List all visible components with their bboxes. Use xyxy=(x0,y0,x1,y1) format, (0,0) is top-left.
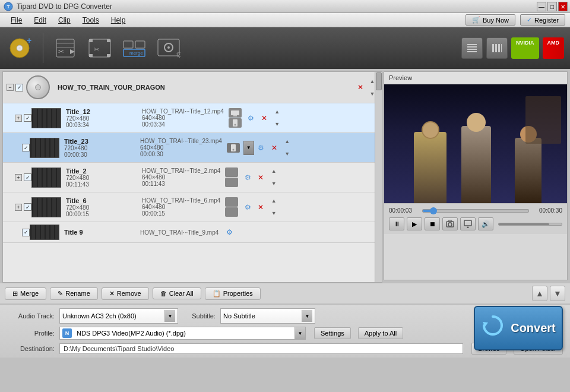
preview-area: Preview xyxy=(384,71,568,280)
move-down-button[interactable]: ▼ xyxy=(550,286,565,301)
convert-button[interactable]: Convert xyxy=(474,306,563,350)
title12-down-icon[interactable]: ▼ xyxy=(271,118,283,130)
file-item-title9[interactable]: Title 9 HOW_TO_TRAI···Title_9.mp4 ⚙ xyxy=(3,222,382,243)
title6-up-icon[interactable]: ▲ xyxy=(268,195,280,207)
menu-help[interactable]: Help xyxy=(105,15,132,26)
title23-dropdown[interactable]: ▼ xyxy=(243,141,254,155)
title2-remove-icon[interactable]: ✕ xyxy=(255,172,267,184)
settings-btn[interactable]: Settings xyxy=(314,327,351,339)
title23-settings-icon[interactable]: ⚙ xyxy=(255,142,267,154)
file-item-title6[interactable]: + Title_6 720×480 00:00:15 HOW_TO_TRAI··… xyxy=(3,192,382,222)
destination-input[interactable]: D:\My Documents\Tipard Studio\Video xyxy=(59,343,463,354)
volume-slider[interactable] xyxy=(498,223,562,226)
add-dvd-button[interactable]: + xyxy=(6,32,36,65)
rename-button[interactable]: ✎ Rename xyxy=(50,287,98,300)
title2-checkbox[interactable] xyxy=(24,173,31,181)
buy-now-button[interactable]: 🛒 Buy Now xyxy=(466,14,515,26)
title9-settings-icon[interactable]: ⚙ xyxy=(223,226,235,238)
settings-button[interactable]: ⚙ xyxy=(154,32,183,65)
profile-select[interactable]: N NDS DPG3 Video(MP2 Audio) (*.dpg) ▼ xyxy=(59,327,306,340)
title23-up-icon[interactable]: ▲ xyxy=(281,135,293,147)
file-item-title2[interactable]: + Title_2 720×480 00:11:43 HOW_TO_TRAI··… xyxy=(3,163,382,192)
menu-edit[interactable]: Edit xyxy=(28,15,52,26)
svg-rect-13 xyxy=(107,39,110,42)
figure-1-head xyxy=(422,121,439,139)
expand-title6[interactable]: + xyxy=(15,204,22,211)
title23-name: Title_23 xyxy=(64,138,135,145)
apply-to-all-btn[interactable]: Apply to All xyxy=(358,327,403,339)
play-button[interactable]: ▶ xyxy=(407,217,422,230)
title6-checkbox[interactable] xyxy=(24,203,31,211)
title6-remove-icon[interactable]: ✕ xyxy=(255,201,267,213)
preview-controls: 00:00:03 00:00:30 ⏸ ▶ ⏹ xyxy=(384,203,567,234)
title23-down-icon[interactable]: ▼ xyxy=(281,148,293,160)
list-view-1-button[interactable] xyxy=(461,37,483,59)
scrollbar-thumb[interactable] xyxy=(376,72,382,90)
expand-title2[interactable]: + xyxy=(15,174,22,181)
screenshot-button[interactable] xyxy=(442,217,458,230)
title23-checkbox[interactable] xyxy=(22,144,30,151)
title9-checkbox[interactable] xyxy=(22,229,30,236)
maximize-button[interactable]: □ xyxy=(547,2,557,11)
clear-all-button[interactable]: 🗑 Clear All xyxy=(153,287,201,299)
menu-clip[interactable]: Clip xyxy=(52,15,77,26)
title12-output-file: HOW_TO_TRAI···Title_12.mp4 xyxy=(142,108,224,115)
scrubber-track[interactable] xyxy=(422,209,529,213)
file-item-title12[interactable]: + Title_12 720×480 00:03:34 HOW_TO_TRAI·… xyxy=(3,103,382,133)
pause-button[interactable]: ⏸ xyxy=(389,217,404,230)
remove-button[interactable]: ✕ Remove xyxy=(102,287,149,300)
title12-checkbox[interactable] xyxy=(24,114,31,122)
close-button[interactable]: ✕ xyxy=(558,2,568,11)
audio-track-arrow[interactable]: ▼ xyxy=(164,310,175,322)
title23-res: 720×480 xyxy=(64,145,135,151)
expand-root[interactable]: − xyxy=(7,84,14,91)
merge-button[interactable]: merge xyxy=(119,32,149,65)
title12-up-icon[interactable]: ▲ xyxy=(271,106,283,118)
edit-button[interactable]: ✂ xyxy=(50,32,80,65)
subtitle-arrow[interactable]: ▼ xyxy=(302,310,312,322)
svg-rect-27 xyxy=(467,49,477,50)
title6-settings-icon[interactable]: ⚙ xyxy=(242,201,254,213)
title2-up-icon[interactable]: ▲ xyxy=(268,165,280,177)
root-checkbox[interactable] xyxy=(15,84,23,91)
file-item-title23[interactable]: Title_23 720×480 00:00:30 HOW_TO_TRAI···… xyxy=(3,133,382,163)
subtitle-select[interactable]: No Subtitle ▼ xyxy=(220,308,315,324)
file-list-scrollbar[interactable] xyxy=(375,72,382,282)
root-remove-icon[interactable]: ✕ xyxy=(354,81,366,93)
volume-fill xyxy=(499,223,549,225)
title9-output-info: HOW_TO_TRAI···Title_9.mp4 xyxy=(140,229,218,236)
pip-button[interactable] xyxy=(460,217,476,230)
move-up-button[interactable]: ▲ xyxy=(532,286,547,301)
title6-down-icon[interactable]: ▼ xyxy=(268,207,280,219)
audio-track-select[interactable]: Unknown AC3 2ch (0x80) ▼ xyxy=(59,308,178,324)
title23-output-info: HOW_TO_TRAI···Title_23.mp4 640×480 00:00… xyxy=(140,138,222,157)
scrubber-handle[interactable] xyxy=(430,207,437,214)
minimize-button[interactable]: — xyxy=(537,2,546,11)
profile-arrow[interactable]: ▼ xyxy=(294,327,305,339)
title12-remove-icon[interactable]: ✕ xyxy=(258,112,270,124)
properties-button[interactable]: 📋 Properties xyxy=(205,287,261,300)
trim-button[interactable]: ✂ xyxy=(85,32,115,65)
menu-tools[interactable]: Tools xyxy=(77,15,105,26)
list-view-2-button[interactable] xyxy=(486,37,508,59)
volume-button[interactable]: 🔊 xyxy=(478,217,493,230)
menu-file[interactable]: File xyxy=(5,15,28,26)
time-end: 00:00:30 xyxy=(533,207,562,214)
toolbar-separator-1 xyxy=(43,33,43,63)
title6-device-icon xyxy=(225,197,238,207)
bg-element xyxy=(525,96,561,144)
title23-remove-icon[interactable]: ✕ xyxy=(268,142,280,154)
svg-marker-43 xyxy=(467,226,469,228)
title2-settings-icon[interactable]: ⚙ xyxy=(242,172,254,184)
root-item[interactable]: − HOW_TO_TRAIN_YOUR_DRAGON ✕ ▲ ▼ xyxy=(3,72,382,103)
title12-settings-icon[interactable]: ⚙ xyxy=(245,112,257,124)
register-button[interactable]: ✓ Register xyxy=(520,14,565,26)
title2-down-icon[interactable]: ▼ xyxy=(268,178,280,189)
merge-button[interactable]: ⊞ Merge xyxy=(5,287,46,300)
svg-rect-18 xyxy=(135,41,145,48)
expand-title12[interactable]: + xyxy=(15,115,22,122)
stop-button[interactable]: ⏹ xyxy=(425,217,440,230)
cart-icon: 🛒 xyxy=(472,16,480,24)
toolbar: + ✂ ✂ xyxy=(0,27,570,69)
svg-rect-32 xyxy=(501,44,502,52)
